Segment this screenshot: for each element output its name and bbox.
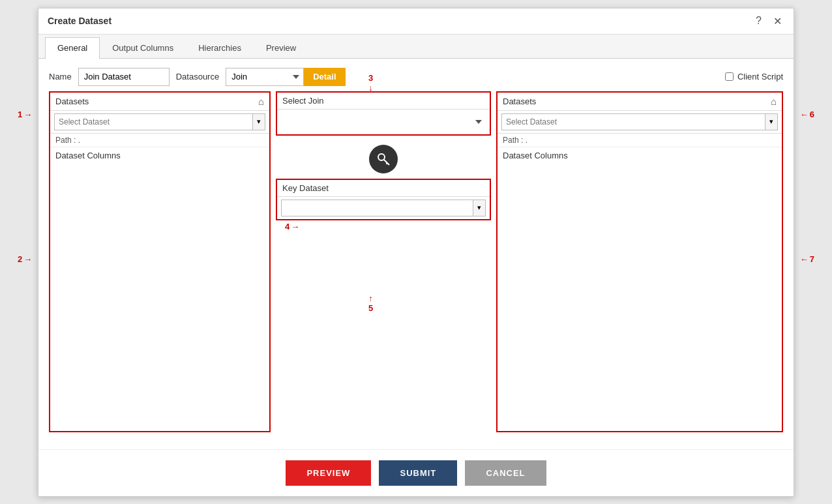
middle-panel: Select Join <box>276 91 491 220</box>
help-button[interactable]: ? <box>753 14 764 28</box>
right-dataset-chevron[interactable]: ▾ <box>765 114 777 130</box>
annotation-6: ← 6 <box>800 110 814 119</box>
select-join-header: Select Join <box>277 93 490 110</box>
dialog-footer: PREVIEW SUBMIT CANCEL <box>38 449 794 496</box>
key-dataset-select-input[interactable] <box>282 200 473 216</box>
right-datasets-label: Datasets <box>503 96 536 106</box>
right-dataset-columns-body <box>498 164 782 431</box>
preview-button[interactable]: PREVIEW <box>286 460 371 486</box>
annotation-1: 1 → <box>18 110 32 119</box>
annotation-7: ← 7 <box>800 254 814 264</box>
tab-general[interactable]: General <box>45 37 100 59</box>
key-icon-button[interactable] <box>369 145 398 173</box>
annotation-2: 2 → <box>18 254 32 264</box>
datasource-select[interactable]: Join <box>226 68 304 86</box>
right-panel: Datasets ⌂ ▾ Path : . <box>496 91 783 432</box>
key-dataset-header: Key Dataset <box>277 180 490 197</box>
name-label: Name <box>49 72 72 82</box>
left-dataset-columns-body <box>50 164 269 431</box>
client-script-label: Client Script <box>737 72 783 82</box>
left-dataset-select-input[interactable] <box>55 114 252 130</box>
tab-preview[interactable]: Preview <box>254 37 308 58</box>
cancel-button[interactable]: CANCEL <box>465 460 546 486</box>
datasource-label: Datasource <box>176 72 219 82</box>
client-script-checkbox[interactable] <box>725 72 734 81</box>
dialog-title: Create Dataset <box>48 16 111 26</box>
submit-button[interactable]: SUBMIT <box>379 460 457 486</box>
left-dataset-chevron[interactable]: ▾ <box>252 114 265 130</box>
right-dataset-select-input[interactable] <box>502 114 765 130</box>
right-path-value: . <box>526 136 527 145</box>
left-datasets-label: Datasets <box>55 96 89 106</box>
close-button[interactable]: ✕ <box>771 14 784 29</box>
select-join-box: Select Join <box>276 91 491 136</box>
tab-output-columns[interactable]: Output Columns <box>100 37 186 58</box>
left-path-label: Path : <box>55 136 76 145</box>
key-dataset-box: Key Dataset ▾ <box>276 179 491 220</box>
detail-button[interactable]: Detail <box>304 68 345 86</box>
right-dataset-columns-label: Dataset Columns <box>498 147 782 164</box>
tabs-row: General Output Columns Hierarchies Previ… <box>38 35 794 59</box>
right-path-label: Path : <box>503 136 523 145</box>
left-home-icon[interactable]: ⌂ <box>258 96 264 107</box>
annotation-3: 3 ↓ <box>368 73 373 93</box>
svg-point-0 <box>378 154 385 160</box>
key-dataset-chevron[interactable]: ▾ <box>473 200 485 216</box>
left-panel: Datasets ⌂ ▾ Path : . <box>49 91 271 432</box>
right-home-icon[interactable]: ⌂ <box>771 96 777 107</box>
select-join-select[interactable] <box>281 112 486 132</box>
left-path-value: . <box>78 136 80 145</box>
name-input[interactable] <box>78 68 170 86</box>
left-dataset-columns-label: Dataset Columns <box>50 147 269 164</box>
tab-hierarchies[interactable]: Hierarchies <box>186 37 254 58</box>
